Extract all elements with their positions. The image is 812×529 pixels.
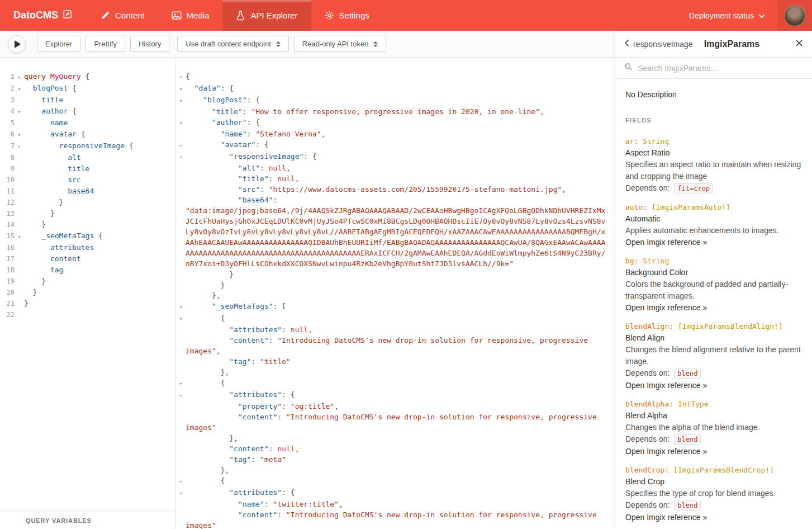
code-line: "blogPost": { <box>186 95 615 106</box>
fold-arrow-icon[interactable]: ▾ <box>176 139 186 151</box>
docs-search <box>615 58 812 79</box>
query-variables-toggle[interactable]: QUERY VARIABLES <box>0 512 175 529</box>
imgix-reference-link[interactable]: Open Imgix reference » <box>625 512 802 523</box>
code-line: "content": "Introducing DatoCMS's new dr… <box>186 335 615 356</box>
field-type[interactable]: [ImgixParamsAuto!] <box>647 203 730 211</box>
field-type[interactable]: String <box>638 257 669 265</box>
query-editor[interactable]: 1▾query MyQuery {2▾ blogPost {3 title4▾ … <box>0 58 176 529</box>
docs-search-input[interactable] <box>638 64 803 73</box>
imgix-reference-link[interactable]: Open Imgix reference » <box>625 446 802 457</box>
imgix-reference-link[interactable]: Open Imgix reference » <box>625 237 802 248</box>
nav-item-content[interactable]: Content <box>87 0 158 31</box>
fold-arrow-icon[interactable]: ▾ <box>176 117 186 129</box>
fold-arrow-icon[interactable]: ▾ <box>15 230 24 242</box>
top-nav: ContentMediaAPI ExplorerSettings <box>87 0 383 31</box>
fold-arrow-icon[interactable]: ▾ <box>15 83 24 95</box>
result-viewer[interactable]: ▾{▾ "data": {▾ "blogPost": { "title": "H… <box>176 58 615 529</box>
endpoint-select[interactable]: Use draft content endpoint <box>177 36 289 52</box>
field-signature[interactable]: auto: [ImgixParamsAuto!] <box>625 202 802 213</box>
prettify-button[interactable]: Prettify <box>86 36 125 52</box>
nav-item-media[interactable]: Media <box>158 0 223 31</box>
line-number: 15 <box>0 230 15 242</box>
fold-arrow-icon[interactable]: ▾ <box>176 71 186 83</box>
query-line: 17 content <box>0 253 175 264</box>
brand-logo[interactable]: DatoCMS <box>0 0 87 31</box>
docs-back-button[interactable]: responsiveImage <box>624 39 693 49</box>
field-type[interactable]: [ImgixParamsBlendCrop!] <box>669 466 774 474</box>
fold-gutter <box>15 298 24 309</box>
avatar[interactable] <box>784 5 805 26</box>
fold-gutter <box>15 287 24 298</box>
execute-query-button[interactable] <box>8 35 26 53</box>
field-type[interactable]: IntType <box>673 400 709 408</box>
docs-fields-list: ar: StringAspect RatioSpecifies an aspec… <box>625 136 802 523</box>
code-line: } <box>24 287 37 298</box>
field-depends-on: Depends on: fit=crop <box>625 182 802 195</box>
field-type[interactable]: [ImgixParamsBlendAlign!] <box>673 322 783 330</box>
field-name[interactable]: bg: <box>625 257 638 265</box>
explorer-button[interactable]: Explorer <box>37 36 80 52</box>
code-line: }, <box>186 433 615 443</box>
fold-arrow-icon[interactable]: ▾ <box>176 313 186 324</box>
fold-gutter <box>15 264 24 276</box>
fold-arrow-icon[interactable]: ▾ <box>176 95 186 106</box>
docs-back-label: responsiveImage <box>633 40 693 49</box>
api-token-select[interactable]: Read-only API token <box>294 36 387 52</box>
result-line: "tag": "title" <box>176 356 615 367</box>
user-menu[interactable] <box>777 0 812 31</box>
line-number: 22 <box>0 309 15 320</box>
field-signature[interactable]: blendAlign: [ImgixParamsBlendAlign!] <box>625 321 802 332</box>
depends-chip: blend <box>674 434 701 445</box>
query-line: 12 } <box>0 197 175 208</box>
nav-item-settings[interactable]: Settings <box>311 0 383 31</box>
fold-arrow-icon[interactable]: ▾ <box>176 475 186 487</box>
code-line: "attributes": null, <box>186 324 615 335</box>
field-signature[interactable]: blendAlpha: IntType <box>625 399 802 410</box>
query-line: 21} <box>0 298 175 309</box>
line-number: 16 <box>0 242 15 253</box>
result-line: "name": "Stefano Verna", <box>176 129 615 139</box>
fold-arrow-icon[interactable]: ▾ <box>15 129 24 140</box>
line-number: 19 <box>0 276 15 287</box>
fold-arrow-icon[interactable]: ▾ <box>176 151 186 163</box>
field-title: Automatic <box>625 213 802 225</box>
docs-close-button[interactable] <box>795 39 803 49</box>
field-name[interactable]: blendAlign: <box>625 322 673 330</box>
field-signature[interactable]: ar: String <box>625 136 802 147</box>
code-line: "tag": "title" <box>186 356 615 367</box>
fold-arrow-icon[interactable]: ▾ <box>176 377 186 389</box>
result-line: ▾ "author": { <box>176 117 615 129</box>
close-icon <box>795 39 803 49</box>
fold-arrow-icon[interactable]: ▾ <box>15 140 24 152</box>
fold-gutter <box>176 195 186 269</box>
field-name[interactable]: ar: <box>625 137 638 145</box>
nav-item-api-explorer[interactable]: API Explorer <box>222 0 311 31</box>
fold-arrow-icon[interactable]: ▾ <box>15 106 24 117</box>
field-signature[interactable]: blendCrop: [ImgixParamsBlendCrop!] <box>625 465 802 476</box>
field-description: Colors the background of padded and part… <box>625 278 802 302</box>
fold-gutter <box>15 219 24 230</box>
docs-field-blendCrop: blendCrop: [ImgixParamsBlendCrop!]Blend … <box>625 465 802 523</box>
nav-item-label: API Explorer <box>250 11 297 20</box>
fold-arrow-icon[interactable]: ▾ <box>15 71 24 83</box>
field-depends-on: Depends on: blend <box>625 499 802 512</box>
fold-gutter <box>176 433 186 443</box>
code-line: "title": null, <box>186 173 615 184</box>
fold-arrow-icon[interactable]: ▾ <box>176 389 186 401</box>
deployment-status-button[interactable]: Deployment status <box>677 0 777 31</box>
field-name[interactable]: blendAlpha: <box>625 400 673 408</box>
imgix-reference-link[interactable]: Open Imgix reference » <box>625 302 802 314</box>
query-code[interactable]: 1▾query MyQuery {2▾ blogPost {3 title4▾ … <box>0 58 175 320</box>
field-name[interactable]: auto: <box>625 203 647 211</box>
field-type[interactable]: String <box>638 137 669 145</box>
fold-arrow-icon[interactable]: ▾ <box>176 487 186 499</box>
imgix-reference-link[interactable]: Open Imgix reference » <box>625 380 802 391</box>
fold-arrow-icon[interactable]: ▾ <box>176 83 186 95</box>
result-line: ▾ "blogPost": { <box>176 95 615 106</box>
history-button[interactable]: History <box>130 36 169 52</box>
query-line: 18 tag <box>0 264 175 276</box>
field-name[interactable]: blendCrop: <box>625 466 669 474</box>
fold-arrow-icon[interactable]: ▾ <box>176 301 186 313</box>
field-signature[interactable]: bg: String <box>625 256 802 267</box>
code-line: }, <box>186 367 615 377</box>
